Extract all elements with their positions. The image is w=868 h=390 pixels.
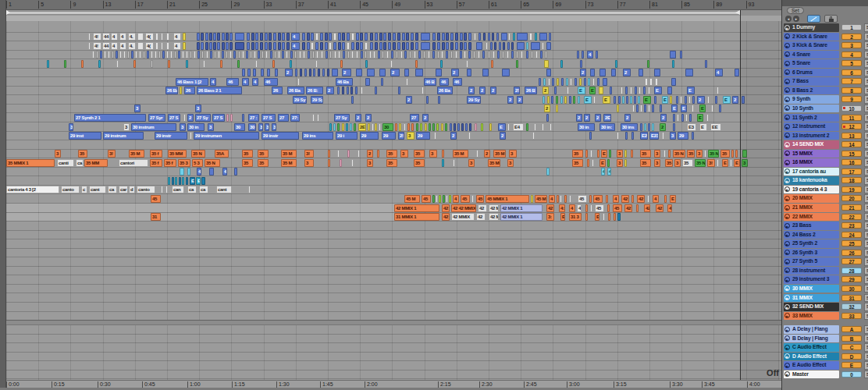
clip[interactable]	[560, 60, 563, 68]
track-header[interactable]: ▶14 SEND MIX	[784, 140, 839, 149]
track-play-icon[interactable]: ▶	[784, 327, 790, 332]
clip[interactable]: 4	[607, 168, 611, 176]
solo-button[interactable]: S	[864, 194, 868, 203]
clip[interactable]: E2	[640, 132, 648, 140]
set-button[interactable]: Set	[787, 7, 804, 14]
clip[interactable]	[491, 60, 493, 68]
track-play-icon[interactable]: ▶	[784, 353, 790, 359]
clip[interactable]	[575, 78, 577, 86]
clip[interactable]: 4	[715, 69, 723, 76]
clip[interactable]	[328, 150, 330, 158]
clip[interactable]	[717, 159, 719, 167]
lock-envelopes-button[interactable]	[824, 15, 838, 23]
clip[interactable]: 27	[410, 114, 419, 122]
clip[interactable]	[567, 87, 569, 94]
clip[interactable]	[578, 96, 580, 104]
clip[interactable]	[175, 177, 177, 185]
clip[interactable]	[570, 78, 572, 86]
clip[interactable]	[278, 33, 281, 41]
clip[interactable]: 2E	[603, 114, 611, 122]
solo-button[interactable]: S	[864, 222, 868, 230]
loop-region-bar[interactable]	[6, 11, 741, 15]
clip[interactable]: E	[595, 213, 599, 221]
clip[interactable]	[499, 42, 501, 50]
clip[interactable]	[415, 42, 418, 50]
solo-button[interactable]: S	[864, 239, 868, 248]
clip[interactable]	[543, 78, 546, 86]
clip[interactable]	[143, 51, 145, 58]
clip[interactable]	[546, 114, 549, 122]
clip[interactable]	[614, 213, 616, 221]
clip[interactable]	[390, 60, 393, 68]
clip[interactable]	[434, 132, 436, 140]
clip[interactable]: 42	[546, 204, 554, 212]
clip[interactable]	[455, 51, 457, 58]
clip[interactable]	[320, 42, 323, 50]
clip[interactable]	[222, 51, 224, 58]
clip[interactable]: 2	[390, 69, 400, 76]
clip[interactable]	[209, 42, 212, 50]
solo-button[interactable]: S	[864, 69, 868, 77]
clip[interactable]	[550, 123, 552, 131]
clip[interactable]	[464, 51, 466, 58]
clip[interactable]	[297, 78, 300, 86]
clip[interactable]: 2	[365, 114, 372, 122]
clip[interactable]	[468, 33, 471, 41]
clip[interactable]: 4	[111, 33, 118, 41]
clip[interactable]: 3	[195, 105, 201, 112]
clip[interactable]	[375, 42, 378, 50]
clip[interactable]	[166, 51, 169, 58]
clip[interactable]: 46 Bass 1 [2	[176, 78, 208, 86]
track-header[interactable]: ▶8 Bass 2	[784, 87, 839, 95]
clip[interactable]	[300, 69, 302, 76]
clip[interactable]: 3	[617, 150, 623, 158]
clip[interactable]	[599, 87, 603, 94]
clip[interactable]	[333, 33, 336, 41]
track-play-icon[interactable]: ▶	[784, 223, 790, 229]
clip[interactable]	[342, 33, 345, 41]
clip[interactable]	[210, 51, 212, 58]
clip[interactable]: 4	[210, 78, 216, 86]
solo-button[interactable]: S	[864, 150, 868, 158]
clip[interactable]	[226, 42, 229, 50]
clip[interactable]	[426, 96, 429, 104]
clip[interactable]	[379, 33, 382, 41]
clip[interactable]	[455, 33, 458, 41]
clip[interactable]	[450, 51, 453, 58]
clip[interactable]	[342, 42, 345, 50]
solo-button[interactable]: S	[864, 257, 868, 266]
track-number-box[interactable]: 9	[841, 96, 862, 102]
clip[interactable]	[663, 150, 666, 158]
clip[interactable]: 42	[442, 204, 450, 212]
clip[interactable]	[347, 51, 350, 58]
clip[interactable]	[664, 195, 667, 203]
solo-button[interactable]: S	[864, 33, 868, 41]
track-play-icon[interactable]: ▶	[784, 160, 790, 165]
clip[interactable]	[450, 33, 454, 41]
clip[interactable]	[711, 105, 713, 112]
solo-button[interactable]: S	[864, 325, 868, 334]
clip[interactable]	[343, 51, 345, 58]
clip[interactable]	[295, 69, 297, 76]
clip[interactable]	[351, 33, 354, 41]
clip[interactable]	[96, 51, 98, 58]
clip[interactable]	[258, 51, 260, 58]
clip[interactable]	[468, 42, 471, 50]
clip[interactable]	[229, 33, 233, 41]
clip[interactable]	[617, 105, 619, 112]
clip[interactable]	[507, 51, 509, 58]
clip[interactable]	[735, 150, 738, 158]
clip[interactable]	[490, 42, 493, 50]
clip[interactable]: 30 instrum	[131, 123, 176, 131]
clip[interactable]	[466, 60, 468, 68]
solo-button[interactable]: S	[864, 213, 868, 222]
clip[interactable]: 35 3	[178, 159, 190, 167]
track-header[interactable]: ▶A Delay | Flang	[784, 325, 839, 334]
clip[interactable]: 27	[278, 114, 289, 122]
clip[interactable]	[47, 60, 49, 68]
track-play-icon[interactable]: ▶	[784, 363, 790, 368]
clip[interactable]: E	[578, 87, 585, 94]
clip[interactable]	[607, 204, 610, 212]
clip[interactable]: 2	[285, 69, 293, 76]
clip[interactable]	[255, 60, 258, 68]
